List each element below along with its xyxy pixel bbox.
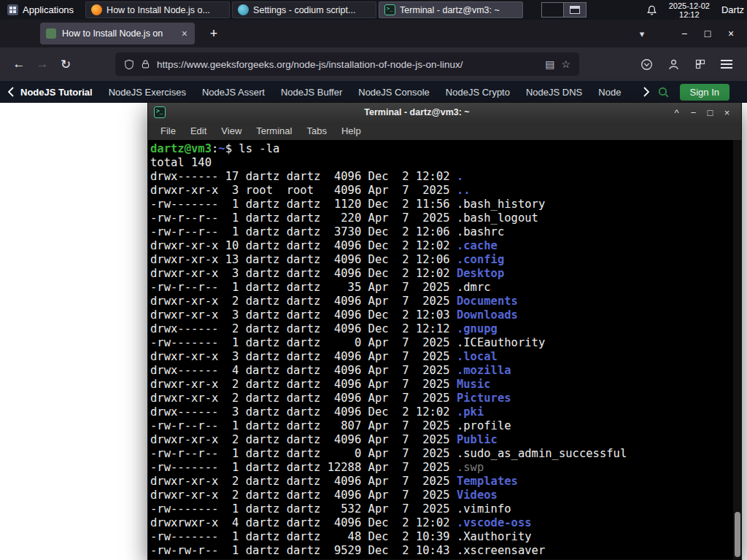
terminal-menu-item[interactable]: View [214, 123, 248, 139]
site-nav-item[interactable]: NodeJS Tutorial [20, 87, 93, 98]
terminal-output-line: drwxr-xr-x 3 dartz dartz 4096 Dec 2 12:0… [150, 267, 731, 281]
site-search-icon[interactable] [657, 86, 670, 98]
terminal-menubar: File Edit View Terminal Tabs Help [148, 122, 741, 140]
terminal-output-line: drwxr-xr-x 2 dartz dartz 4096 Apr 7 2025… [150, 392, 731, 405]
reader-view-icon[interactable]: ▤ [545, 58, 554, 70]
browser-tab-active[interactable]: How to Install Node.js on × [40, 23, 195, 44]
terminal-output-line: -rw-r--r-- 1 dartz dartz 807 Apr 7 2025 … [150, 419, 731, 433]
tab-title: How to Install Node.js on [62, 28, 174, 39]
site-nav-item[interactable]: NodeJS Exercises [109, 87, 186, 98]
nav-scroll-right-icon[interactable] [643, 87, 650, 97]
menu-hamburger-icon[interactable] [721, 58, 732, 71]
tab-favicon [46, 28, 56, 39]
sign-in-button[interactable]: Sign In [680, 84, 729, 101]
terminal-titlebar[interactable]: Terminal - dartz@vm3: ~ ^ − □ × [148, 103, 741, 122]
desktop: Applications How to Install Node.js o...… [0, 0, 747, 560]
workspace-1[interactable] [542, 3, 564, 17]
terminal-total-line: total 140 [150, 156, 731, 170]
terminal-output-line: drwxr-xr-x 2 dartz dartz 4096 Apr 7 2025… [150, 489, 731, 502]
prompt-dollar: $ [225, 142, 232, 155]
account-icon[interactable] [667, 58, 680, 71]
site-nav-item[interactable]: NodeJS Buffer [281, 87, 342, 98]
prompt-path: ~ [218, 142, 225, 155]
taskbar-button[interactable]: Settings - codium script... [232, 1, 376, 18]
task-title: Settings - codium script... [253, 5, 355, 15]
url-text[interactable]: https://www.geeksforgeeks.org/node-js/in… [157, 59, 538, 70]
back-button[interactable]: ← [7, 52, 31, 76]
terminal-menu-item[interactable]: Edit [184, 123, 213, 139]
panel-clock[interactable]: 2025-12-02 12:12 [669, 1, 710, 19]
clock-time: 12:12 [679, 10, 700, 19]
terminal-output-line: drwxrwxr-x 4 dartz dartz 4096 Dec 2 12:0… [150, 516, 731, 530]
prompt-colon: : [212, 142, 218, 155]
terminal-scrollbar[interactable] [733, 140, 741, 559]
terminal-output-line: -rw------- 1 dartz dartz 1120 Dec 2 11:5… [150, 198, 731, 211]
browser-minimize-button[interactable]: − [673, 28, 696, 39]
notifications-bell-icon[interactable] [646, 4, 657, 16]
terminal-maximize-button[interactable]: □ [702, 107, 719, 118]
terminal-menu-item[interactable]: File [154, 123, 182, 139]
terminal-output-area[interactable]: dartz@vm3:~$ ls -la total 140 drwx------… [148, 140, 741, 559]
applications-grid-icon [7, 4, 18, 15]
terminal-minimize-button[interactable]: − [685, 107, 702, 118]
terminal-shade-button[interactable]: ^ [668, 107, 685, 118]
terminal-output-line: drwxr-xr-x 3 dartz dartz 4096 Dec 2 12:0… [150, 308, 731, 322]
tracking-protection-shield-icon[interactable] [124, 59, 134, 70]
site-nav-item[interactable]: NodeJS DNS [526, 87, 582, 98]
browser-window-controls: − □ × [673, 28, 743, 39]
site-nav-item[interactable]: Node [598, 87, 621, 98]
workspace-2[interactable] [564, 3, 586, 17]
terminal-output-line: drwx------ 4 dartz dartz 4096 Apr 7 2025… [150, 364, 731, 378]
terminal-output-line: drwx------ 3 dartz dartz 4096 Dec 2 12:0… [150, 405, 731, 419]
nav-scroll-left-icon[interactable] [7, 87, 15, 97]
terminal-output-line: -rw-r--r-- 1 dartz dartz 3730 Dec 2 12:0… [150, 225, 731, 239]
forward-button[interactable]: → [31, 52, 54, 76]
url-bar[interactable]: https://www.geeksforgeeks.org/node-js/in… [115, 52, 579, 76]
browser-maximize-button[interactable]: □ [696, 28, 719, 39]
site-nav-item[interactable]: NodeJS Assert [202, 87, 265, 98]
task-app-icon [238, 4, 249, 15]
terminal-output-line: drwxr-xr-x 10 dartz dartz 4096 Dec 2 12:… [150, 239, 731, 253]
terminal-window-controls: ^ − □ × [668, 107, 735, 118]
new-tab-button[interactable]: + [204, 23, 224, 44]
terminal-close-button[interactable]: × [719, 107, 735, 118]
prompt-user-host: dartz@vm3 [150, 142, 212, 155]
reload-button[interactable]: ↻ [54, 52, 77, 76]
terminal-menu-item[interactable]: Help [335, 123, 368, 139]
terminal-output-line: -rw------- 1 dartz dartz 0 Apr 7 2025 .I… [150, 336, 731, 350]
workspace-switcher[interactable] [541, 2, 587, 18]
terminal-output-line: -rw-r--r-- 1 dartz dartz 220 Apr 7 2025 … [150, 211, 731, 225]
user-session-label[interactable]: Dartz [721, 4, 744, 15]
toolbar-right-icons [640, 58, 740, 71]
site-nav-item[interactable]: NodeJS Console [358, 87, 430, 98]
applications-label: Applications [23, 4, 74, 15]
terminal-output-line: -rw------- 1 dartz dartz 12288 Apr 7 202… [150, 461, 731, 475]
terminal-output-line: drwxr-xr-x 2 dartz dartz 4096 Apr 7 2025… [150, 295, 731, 308]
list-all-tabs-button[interactable]: ▾ [632, 28, 652, 39]
site-nav-item[interactable]: NodeJS Crypto [446, 87, 510, 98]
terminal-output-line: drwxr-xr-x 3 dartz dartz 4096 Apr 7 2025… [150, 350, 731, 364]
task-app-icon [384, 4, 395, 15]
terminal-output-line: -rw------- 1 dartz dartz 48 Dec 2 10:39 … [150, 530, 731, 544]
terminal-scrollbar-thumb[interactable] [735, 512, 740, 557]
extensions-icon[interactable] [694, 58, 706, 70]
terminal-menu-item[interactable]: Terminal [249, 123, 298, 139]
site-nav-items: NodeJS Tutorial NodeJS Exercises NodeJS … [20, 87, 643, 98]
terminal-output-line: -rw-r--r-- 1 dartz dartz 35 Apr 7 2025 .… [150, 281, 731, 295]
pocket-icon[interactable] [640, 58, 653, 71]
terminal-output-line: -rw-r--r-- 1 dartz dartz 0 Apr 7 2025 .s… [150, 447, 731, 461]
tab-close-button[interactable]: × [180, 28, 189, 39]
applications-menu-button[interactable]: Applications [0, 0, 81, 20]
panel-status-area: 2025-12-02 12:12 Dartz [646, 1, 747, 19]
terminal-menu-item[interactable]: Tabs [300, 123, 333, 139]
taskbar-button[interactable]: How to Install Node.js o... [85, 1, 230, 18]
workspace-window-thumbnail [570, 6, 580, 14]
connection-lock-icon[interactable] [141, 59, 150, 69]
browser-nav-toolbar: ← → ↻ https://www.geeksforgeeks.org/node… [0, 47, 747, 81]
terminal-output-line: drwxr-xr-x 3 root root 4096 Apr 7 2025 .… [150, 184, 731, 198]
terminal-output-line: drwxr-xr-x 13 dartz dartz 4096 Dec 2 12:… [150, 253, 731, 267]
bookmark-star-icon[interactable]: ☆ [561, 58, 570, 70]
terminal-prompt-line: dartz@vm3:~$ ls -la [150, 142, 731, 156]
taskbar-button[interactable]: Terminal - dartz@vm3: ~ [379, 1, 523, 18]
browser-close-button[interactable]: × [719, 28, 743, 39]
